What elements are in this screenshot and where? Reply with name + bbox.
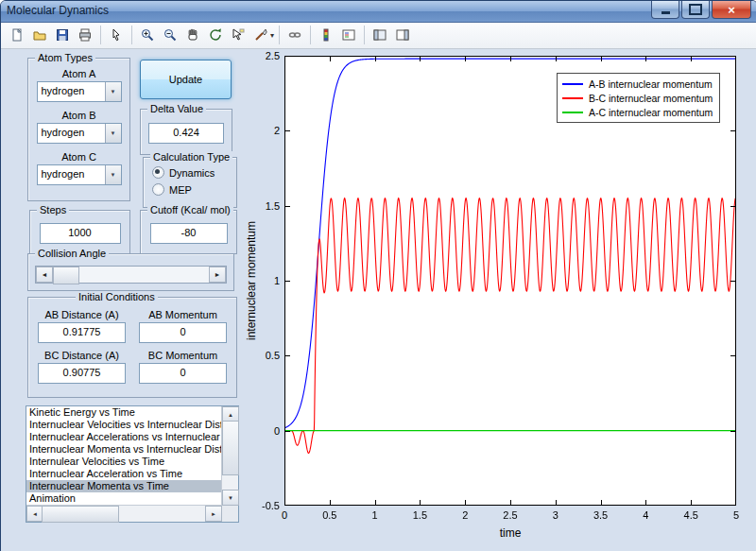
brush-dropdown-caret-icon[interactable]: ▾ — [270, 31, 274, 40]
zoom-out-button[interactable] — [159, 24, 181, 46]
dropdown-arrow-icon[interactable]: ▼ — [105, 82, 121, 101]
slider-left-arrow-icon[interactable]: ◄ — [36, 267, 53, 283]
legend-entry[interactable]: B-C internuclear momentum — [562, 91, 713, 105]
window-titlebar[interactable]: Molecular Dynamics × — [1, 1, 756, 23]
cutoff-field[interactable]: -80 — [150, 223, 228, 244]
steps-field[interactable]: 1000 — [40, 223, 121, 244]
atom-b-label: Atom B — [28, 110, 129, 121]
slider-right-arrow-icon[interactable]: ► — [209, 267, 226, 283]
zoom-in-button[interactable] — [136, 24, 159, 46]
x-tick-label: 0.5 — [316, 509, 344, 521]
initial-condition-label: BC Distance (A) — [38, 350, 126, 361]
atom-c-label: Atom C — [28, 151, 129, 163]
hide-plot-tools-button[interactable] — [369, 24, 391, 46]
open-file-icon — [32, 27, 47, 43]
print-figure-button[interactable] — [74, 24, 96, 46]
insert-legend-button[interactable] — [337, 24, 360, 46]
show-plot-tools-button[interactable] — [391, 24, 414, 46]
plot-type-listbox[interactable]: Kinetic Energy vs TimeInternuclear Veloc… — [26, 405, 239, 523]
legend-label: A-C internuclear momentum — [589, 107, 713, 118]
list-item[interactable]: Internuclear Velocities vs Internuclear … — [26, 419, 222, 431]
molecular-dynamics-window: Molecular Dynamics × ▾ Atom Types Atom A… — [0, 0, 756, 551]
x-tick-label: 1 — [361, 509, 389, 521]
atom-b-dropdown[interactable]: hydrogen▼ — [37, 123, 122, 144]
insert-legend-icon — [341, 27, 356, 43]
x-tick-label: 3 — [541, 509, 570, 521]
initial-condition-cell: AB Momentum0 — [139, 309, 227, 343]
initial-condition-cell: BC Momentum0 — [139, 350, 227, 384]
toolbar-separator — [100, 26, 101, 44]
list-item[interactable]: Animation — [26, 492, 222, 505]
legend-label: A-B internuclear momentum — [589, 78, 713, 90]
y-tick-label: 1 — [246, 275, 280, 286]
insert-colorbar-icon — [318, 27, 334, 43]
listbox-vertical-scrollbar[interactable]: ▲ ▼ — [221, 406, 238, 506]
link-plot-button[interactable] — [284, 24, 306, 46]
chart-legend[interactable]: A-B internuclear momentumB-C internuclea… — [557, 73, 720, 123]
legend-entry[interactable]: A-C internuclear momentum — [562, 105, 713, 119]
list-item[interactable]: Internuclear Momenta vs Internuclear Dis… — [26, 443, 222, 456]
figure-toolbar: ▾ — [1, 22, 756, 49]
scroll-down-icon[interactable]: ▼ — [222, 490, 239, 506]
cutoff-panel: Cutoff (Kcal/ mol) -80 — [140, 210, 237, 254]
slider-thumb[interactable] — [53, 267, 79, 284]
initial-condition-field[interactable]: 0.90775 — [38, 363, 126, 384]
atom-types-panel: Atom Types Atom Ahydrogen▼Atom Bhydrogen… — [27, 58, 130, 201]
radio-button-icon[interactable] — [152, 183, 164, 196]
listbox-horizontal-scrollbar[interactable]: ◄ ► — [26, 505, 222, 522]
dropdown-arrow-icon[interactable]: ▼ — [105, 124, 121, 143]
new-figure-button[interactable] — [6, 24, 28, 46]
initial-condition-field[interactable]: 0 — [139, 322, 227, 343]
legend-entry[interactable]: A-B internuclear momentum — [562, 77, 713, 91]
show-plot-tools-icon — [395, 27, 410, 43]
y-tick-label: 0 — [246, 425, 280, 437]
x-tick-label: 2.5 — [496, 509, 524, 521]
delta-value-panel: Delta Value 0.424 — [140, 109, 232, 155]
x-tick-label: 5 — [722, 509, 750, 521]
initial-condition-label: AB Momentum — [139, 309, 227, 320]
edit-plot-button[interactable] — [105, 24, 128, 46]
initial-conditions-panel: Initial Conditions AB Distance (A)0.9177… — [27, 297, 237, 398]
close-button[interactable]: × — [712, 1, 751, 19]
radio-button-icon[interactable] — [152, 166, 164, 179]
open-file-button[interactable] — [28, 24, 51, 46]
atom-a-label: Atom A — [28, 68, 129, 79]
calc-option-dynamics[interactable]: Dynamics — [152, 166, 236, 179]
insert-colorbar-button[interactable] — [315, 24, 337, 46]
delta-value-title: Delta Value — [147, 103, 206, 114]
list-item[interactable]: Internuclear Accelerations vs Internucle… — [26, 431, 222, 443]
toolbar-separator — [279, 26, 280, 44]
delta-value-field[interactable]: 0.424 — [148, 123, 224, 144]
list-item[interactable]: Internulear Velocities vs Time — [26, 456, 222, 468]
scroll-right-icon[interactable]: ► — [205, 506, 222, 522]
atom-a-dropdown[interactable]: hydrogen▼ — [37, 81, 122, 102]
dropdown-arrow-icon[interactable]: ▼ — [105, 165, 121, 184]
initial-condition-field[interactable]: 0 — [139, 363, 227, 384]
atom-c-dropdown[interactable]: hydrogen▼ — [37, 164, 122, 185]
data-cursor-button[interactable] — [227, 24, 249, 46]
list-item[interactable]: Internuclear Momenta vs Time — [26, 480, 222, 492]
list-item[interactable]: Kinetic Energy vs Time — [26, 406, 222, 419]
list-item[interactable]: Internuclear Acceleration vs Time — [26, 468, 222, 480]
initial-condition-field[interactable]: 0.91775 — [38, 322, 126, 343]
calc-option-mep[interactable]: MEP — [152, 183, 236, 196]
maximize-button[interactable] — [681, 1, 710, 19]
x-tick-label: 3.5 — [587, 509, 615, 521]
pan-icon — [185, 27, 200, 43]
plot-area[interactable] — [284, 56, 736, 506]
save-figure-icon — [55, 27, 70, 43]
minimize-button[interactable] — [651, 1, 679, 19]
rotate-3d-button[interactable] — [204, 24, 227, 46]
horizontal-scroll-thumb[interactable] — [42, 506, 119, 523]
pan-button[interactable] — [181, 24, 204, 46]
collision-angle-panel: Collision Angle ◄ ► — [27, 253, 234, 291]
atom-types-title: Atom Types — [35, 52, 95, 63]
collision-angle-slider[interactable]: ◄ ► — [35, 266, 227, 284]
save-figure-button[interactable] — [51, 24, 74, 46]
slider-track[interactable] — [53, 267, 209, 283]
link-plot-icon — [287, 27, 302, 43]
update-button[interactable]: Update — [140, 60, 232, 99]
vertical-scroll-thumb[interactable] — [222, 421, 239, 475]
new-figure-icon — [9, 27, 25, 43]
brush-button[interactable] — [249, 24, 272, 46]
